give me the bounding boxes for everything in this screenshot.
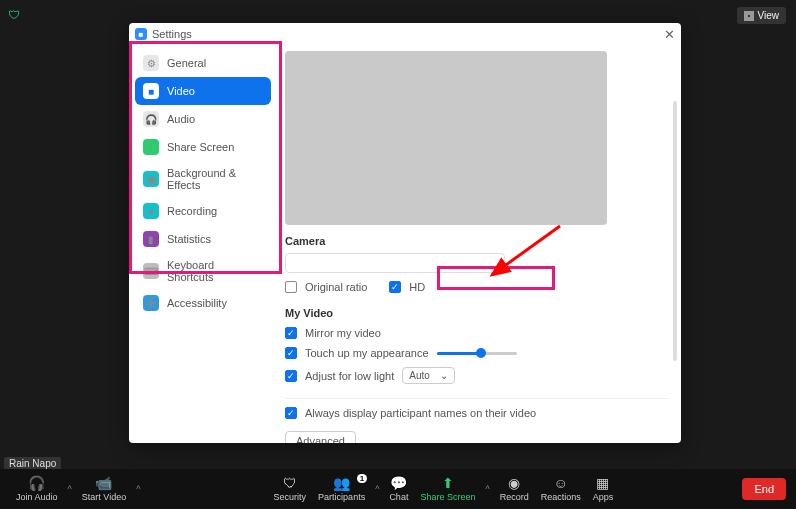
sidebar-item-label: Recording (167, 205, 217, 217)
chevron-down-icon: ⌄ (440, 370, 448, 381)
touchup-label: Touch up my appearance (305, 347, 429, 359)
record-label: Record (500, 492, 529, 502)
settings-titlebar: ■ Settings ✕ (129, 23, 681, 45)
share-icon: ⬆ (442, 476, 454, 490)
sidebar-item-recording[interactable]: ●Recording (135, 197, 271, 225)
reactions-label: Reactions (541, 492, 581, 502)
settings-sidebar: ⚙General■Video🎧Audio↑Share Screen▣Backgr… (129, 45, 277, 443)
settings-content: Camera Original ratio ✓ HD My Video ✓ Mi… (277, 45, 681, 443)
sidebar-item-keyboard-shortcuts[interactable]: ⌨Keyboard Shortcuts (135, 253, 271, 289)
participants-count: 1 (357, 474, 367, 483)
chat-button[interactable]: 💬Chat (383, 476, 414, 502)
sidebar-item-label: Statistics (167, 233, 211, 245)
hd-label: HD (409, 281, 425, 293)
audio-menu-chevron[interactable]: ^ (68, 484, 72, 494)
my-video-label: My Video (285, 307, 669, 319)
shield-icon[interactable]: 🛡 (8, 8, 20, 22)
camera-label: Camera (285, 235, 669, 247)
original-ratio-checkbox[interactable] (285, 281, 297, 293)
sidebar-item-accessibility[interactable]: ✚Accessibility (135, 289, 271, 317)
sidebar-item-share-screen[interactable]: ↑Share Screen (135, 133, 271, 161)
participants-label: Participants (318, 492, 365, 502)
end-button[interactable]: End (742, 478, 786, 500)
sidebar-icon: 🎧 (143, 111, 159, 127)
sidebar-item-label: Audio (167, 113, 195, 125)
hd-checkbox[interactable]: ✓ (389, 281, 401, 293)
settings-title: Settings (152, 28, 192, 40)
sidebar-item-label: General (167, 57, 206, 69)
view-label: View (758, 10, 780, 21)
sidebar-icon: ⌨ (143, 263, 159, 279)
advanced-button[interactable]: Advanced (285, 431, 356, 443)
sidebar-icon: ▮ (143, 231, 159, 247)
chat-icon: 💬 (390, 476, 407, 490)
sidebar-item-label: Video (167, 85, 195, 97)
sidebar-item-label: Keyboard Shortcuts (167, 259, 263, 283)
view-button[interactable]: View (737, 7, 787, 24)
sidebar-icon: ↑ (143, 139, 159, 155)
participants-icon: 👥 (333, 476, 350, 490)
lowlight-label: Adjust for low light (305, 370, 394, 382)
apps-label: Apps (593, 492, 614, 502)
touchup-slider[interactable] (437, 352, 517, 355)
security-label: Security (274, 492, 307, 502)
sidebar-item-video[interactable]: ■Video (135, 77, 271, 105)
start-video-button[interactable]: 📹Start Video (76, 476, 132, 502)
sidebar-icon: ⚙ (143, 55, 159, 71)
headphones-icon: 🎧 (28, 476, 45, 490)
lowlight-mode-select[interactable]: Auto ⌄ (402, 367, 455, 384)
chat-label: Chat (389, 492, 408, 502)
sidebar-item-background-effects[interactable]: ▣Background & Effects (135, 161, 271, 197)
touchup-checkbox[interactable]: ✓ (285, 347, 297, 359)
original-ratio-label: Original ratio (305, 281, 367, 293)
reactions-button[interactable]: ☺Reactions (535, 476, 587, 502)
sidebar-item-statistics[interactable]: ▮Statistics (135, 225, 271, 253)
security-button[interactable]: 🛡Security (268, 476, 313, 502)
join-audio-button[interactable]: 🎧Join Audio (10, 476, 64, 502)
show-names-checkbox[interactable]: ✓ (285, 407, 297, 419)
apps-icon: ▦ (596, 476, 609, 490)
meeting-toolbar: 🎧Join Audio ^ 📹Start Video ^ 🛡Security 1… (0, 469, 796, 509)
video-menu-chevron[interactable]: ^ (136, 484, 140, 494)
camera-preview (285, 51, 607, 225)
mirror-label: Mirror my video (305, 327, 381, 339)
lowlight-mode-value: Auto (409, 370, 430, 381)
participants-button[interactable]: 1👥Participants (312, 476, 371, 502)
divider (285, 398, 669, 399)
settings-window: ■ Settings ✕ ⚙General■Video🎧Audio↑Share … (129, 23, 681, 443)
record-button[interactable]: ◉Record (494, 476, 535, 502)
join-audio-label: Join Audio (16, 492, 58, 502)
video-icon: 📹 (95, 476, 112, 490)
sidebar-icon: ▣ (143, 171, 159, 187)
camera-select[interactable] (285, 253, 505, 273)
share-screen-button[interactable]: ⬆Share Screen (414, 476, 481, 502)
record-icon: ◉ (508, 476, 520, 490)
sidebar-item-audio[interactable]: 🎧Audio (135, 105, 271, 133)
sidebar-icon: ✚ (143, 295, 159, 311)
show-names-label: Always display participant names on thei… (305, 407, 536, 419)
participants-menu-chevron[interactable]: ^ (375, 484, 379, 494)
sidebar-item-label: Accessibility (167, 297, 227, 309)
mirror-checkbox[interactable]: ✓ (285, 327, 297, 339)
lowlight-checkbox[interactable]: ✓ (285, 370, 297, 382)
sidebar-icon: ■ (143, 83, 159, 99)
sidebar-item-label: Background & Effects (167, 167, 263, 191)
close-icon[interactable]: ✕ (664, 27, 675, 42)
sidebar-item-label: Share Screen (167, 141, 234, 153)
start-video-label: Start Video (82, 492, 126, 502)
grid-icon (744, 11, 754, 21)
shield-icon: 🛡 (283, 476, 297, 490)
sidebar-item-general[interactable]: ⚙General (135, 49, 271, 77)
sidebar-icon: ● (143, 203, 159, 219)
share-menu-chevron[interactable]: ^ (485, 484, 489, 494)
reactions-icon: ☺ (554, 476, 568, 490)
share-screen-label: Share Screen (420, 492, 475, 502)
apps-button[interactable]: ▦Apps (587, 476, 620, 502)
scrollbar[interactable] (673, 101, 677, 361)
app-icon: ■ (135, 28, 147, 40)
